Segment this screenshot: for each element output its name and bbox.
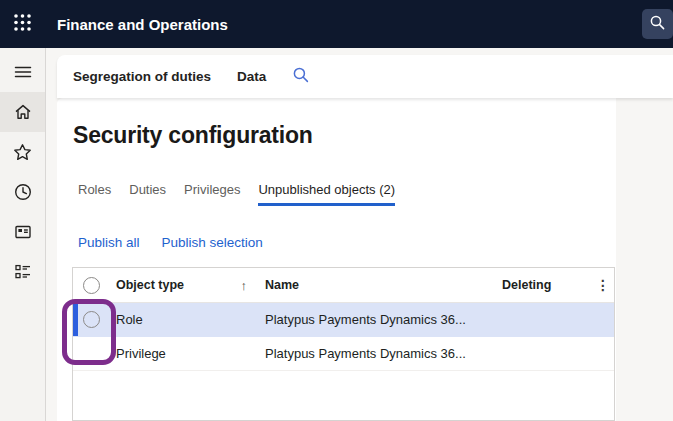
sort-ascending-icon: ↑ [241,278,248,293]
navigation-strip: Segregation of duties Data [57,55,673,98]
grid-header-row: Object type ↑ Name Deleting ⋮ [73,268,614,303]
sidebar-item-recent[interactable] [0,172,45,212]
sidebar [0,48,46,421]
row-select-radio[interactable] [83,311,100,328]
column-header-deleting[interactable]: Deleting [490,278,592,292]
publish-selection-link[interactable]: Publish selection [162,235,263,250]
modules-list-icon [13,262,33,282]
row-select-cell [73,311,109,328]
cell-object-type: Privilege [109,346,259,361]
app-title: Finance and Operations [57,16,228,33]
search-icon [649,14,666,34]
select-all-cell [73,277,109,294]
tab-unpublished-objects[interactable]: Unpublished objects (2) [258,182,395,206]
action-toolbar: Publish all Publish selection [78,235,263,250]
sidebar-item-modules[interactable] [0,252,45,292]
content-card: Security configuration Roles Duties Priv… [57,98,616,421]
nav-search-icon [292,66,310,87]
workspace-icon [13,222,33,242]
page-title: Security configuration [73,122,313,149]
cell-name: Platypus Payments Dynamics 36... [259,346,490,361]
tab-bar: Roles Duties Privileges Unpublished obje… [78,182,395,206]
sidebar-item-favorites[interactable] [0,132,45,172]
top-bar: Finance and Operations [0,0,673,48]
nav-item-data[interactable]: Data [237,69,266,84]
topbar-search-button[interactable] [642,9,673,39]
sidebar-item-workspaces[interactable] [0,212,45,252]
cell-object-type: Role [109,312,259,327]
sidebar-item-home[interactable] [0,92,45,132]
cell-name: Platypus Payments Dynamics 36... [259,312,490,327]
home-icon [13,102,33,122]
tab-privileges[interactable]: Privileges [184,182,240,206]
app-launcher-button[interactable] [13,13,32,35]
clock-icon [13,182,33,202]
star-icon [12,142,33,163]
unpublished-objects-grid: Object type ↑ Name Deleting ⋮ Role Platy… [72,267,615,421]
table-row-role[interactable]: Role Platypus Payments Dynamics 36... [73,303,614,337]
publish-all-link[interactable]: Publish all [78,235,140,250]
hamburger-icon [13,62,33,82]
select-all-radio[interactable] [83,277,100,294]
grid-more-options-cell: ⋮ [592,278,614,293]
tab-duties[interactable]: Duties [129,182,166,206]
sidebar-menu-button[interactable] [0,52,45,92]
column-header-name[interactable]: Name [259,278,490,292]
nav-search-button[interactable] [292,66,310,87]
table-row-privilege[interactable]: Privilege Platypus Payments Dynamics 36.… [73,337,614,371]
nav-item-segregation-of-duties[interactable]: Segregation of duties [73,69,211,84]
selected-row-accent-bar [73,303,78,336]
waffle-icon [13,13,32,35]
tab-roles[interactable]: Roles [78,182,111,206]
more-options-icon[interactable]: ⋮ [596,277,610,293]
column-header-object-type[interactable]: Object type ↑ [109,278,259,293]
